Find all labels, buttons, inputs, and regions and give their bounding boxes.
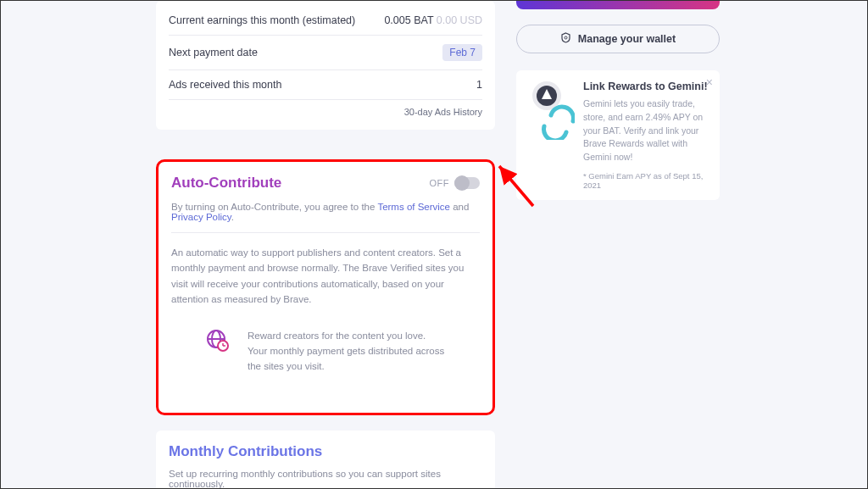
auto-contribute-feature-text: Reward creators for the content you love… [248,328,446,375]
next-payment-badge: Feb 7 [442,44,482,61]
toggle-state-label: OFF [430,178,450,188]
auto-contribute-feature: Reward creators for the content you love… [171,320,480,383]
svg-point-6 [565,36,567,39]
auto-contribute-title: Auto-Contribute [171,175,281,192]
manage-wallet-button[interactable]: Manage your wallet [516,25,720,53]
auto-contribute-card: Auto-Contribute OFF By turning on Auto-C… [156,159,495,415]
close-icon[interactable]: × [706,75,713,89]
shield-icon [560,32,571,46]
earnings-value: 0.005 BAT 0.00 USD [384,14,482,26]
terms-of-service-link[interactable]: Terms of Service [377,202,450,212]
monthly-contributions-subtitle: Set up recurring monthly contributions s… [169,469,482,489]
earnings-row: Current earnings this month (estimated) … [169,6,482,36]
manage-wallet-label: Manage your wallet [578,33,676,45]
gemini-title: Link Rewards to Gemini! [583,81,708,92]
ads-history-link[interactable]: 30-day Ads History [169,100,482,117]
gemini-body: Gemini lets you easily trade, store, and… [583,97,708,164]
toggle-knob [454,175,470,191]
next-payment-row: Next payment date Feb 7 [169,36,482,70]
gemini-promo-card: × Link Rewards to Gemini! Gemini lets yo… [516,70,720,200]
auto-contribute-toggle[interactable]: OFF [430,177,481,189]
earnings-label: Current earnings this month (estimated) [169,14,355,26]
auto-contribute-agreement: By turning on Auto-Contribute, you agree… [171,202,480,233]
auto-contribute-description: An automatic way to support publishers a… [171,233,480,320]
toggle-track [454,177,480,189]
monthly-contributions-title: Monthly Contributions [169,443,482,460]
ads-received-label: Ads received this month [169,79,281,91]
svg-point-10 [551,110,573,132]
ads-stats-card: Current earnings this month (estimated) … [156,1,495,130]
ads-received-value: 1 [476,79,482,91]
next-payment-label: Next payment date [169,47,258,58]
ads-received-row: Ads received this month 1 [169,70,482,100]
gemini-icon [528,81,575,140]
globe-clock-icon [205,328,231,356]
gemini-footnote: * Gemini Earn APY as of Sept 15, 2021 [583,171,708,190]
privacy-policy-link[interactable]: Privacy Policy [171,212,231,222]
wallet-gradient-bar [516,1,720,9]
monthly-contributions-card: Monthly Contributions Set up recurring m… [156,431,495,489]
